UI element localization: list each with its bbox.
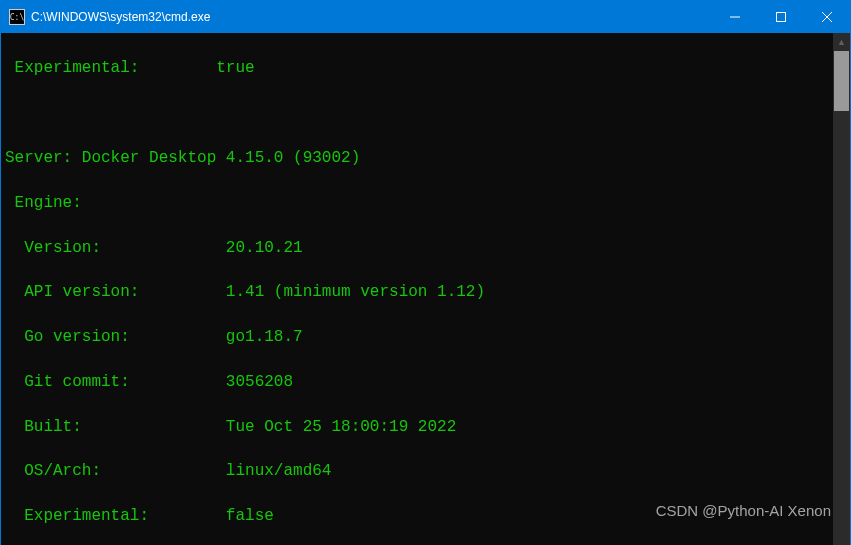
- engine-version-label: Version:: [24, 237, 226, 259]
- vertical-scrollbar[interactable]: ▲ ▼: [833, 33, 850, 545]
- engine-os-arch-value: linux/amd64: [226, 460, 332, 482]
- engine-git-commit-value: 3056208: [226, 371, 293, 393]
- engine-api-version-value: 1.41 (minimum version 1.12): [226, 281, 485, 303]
- terminal-output[interactable]: Experimental:true Server: Docker Desktop…: [1, 33, 833, 545]
- engine-experimental-label: Experimental:: [24, 505, 226, 527]
- engine-built-label: Built:: [24, 416, 226, 438]
- engine-go-version-label: Go version:: [24, 326, 226, 348]
- titlebar[interactable]: C:\ C:\WINDOWS\system32\cmd.exe: [1, 1, 850, 33]
- engine-git-commit-label: Git commit:: [24, 371, 226, 393]
- cmd-window: C:\ C:\WINDOWS\system32\cmd.exe Experime…: [0, 0, 851, 545]
- engine-header: Engine:: [5, 192, 829, 214]
- client-experimental-label: Experimental:: [15, 57, 217, 79]
- scrollbar-thumb[interactable]: [834, 51, 849, 111]
- scroll-up-icon[interactable]: ▲: [833, 33, 850, 50]
- engine-os-arch-label: OS/Arch:: [24, 460, 226, 482]
- window-controls: [712, 1, 850, 33]
- terminal-area: Experimental:true Server: Docker Desktop…: [1, 33, 850, 545]
- window-title: C:\WINDOWS\system32\cmd.exe: [31, 10, 712, 24]
- engine-go-version-value: go1.18.7: [226, 326, 303, 348]
- minimize-button[interactable]: [712, 1, 758, 33]
- engine-built-value: Tue Oct 25 18:00:19 2022: [226, 416, 456, 438]
- close-button[interactable]: [804, 1, 850, 33]
- client-experimental-value: true: [216, 57, 254, 79]
- cmd-icon: C:\: [9, 9, 25, 25]
- server-line: Server: Docker Desktop 4.15.0 (93002): [5, 147, 829, 169]
- maximize-button[interactable]: [758, 1, 804, 33]
- svg-rect-1: [777, 13, 786, 22]
- engine-version-value: 20.10.21: [226, 237, 303, 259]
- engine-experimental-value: false: [226, 505, 274, 527]
- engine-api-version-label: API version:: [24, 281, 226, 303]
